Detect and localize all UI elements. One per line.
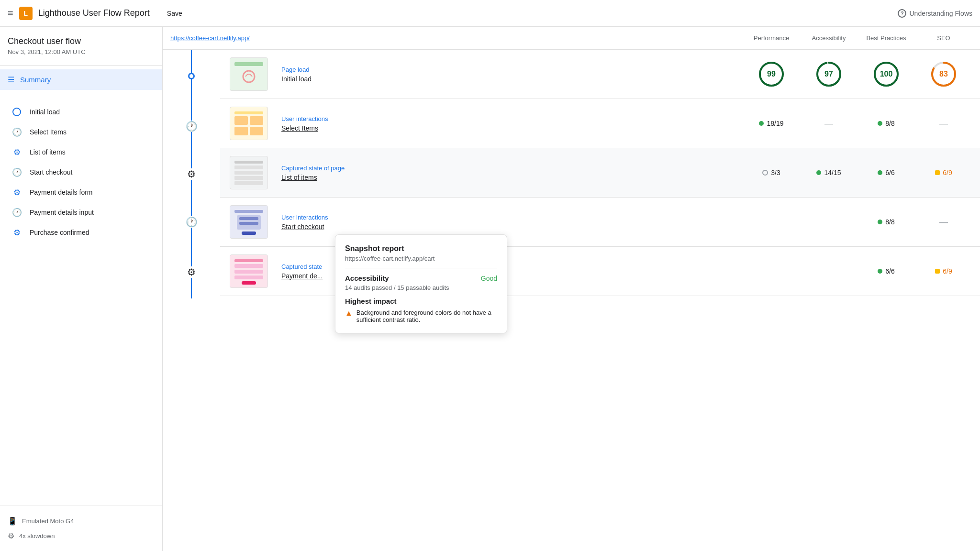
flow-type: Captured state of page bbox=[281, 165, 739, 172]
snapshot-icon: ⚙ bbox=[11, 187, 22, 198]
flow-name[interactable]: Start checkout bbox=[281, 223, 739, 231]
svg-rect-1 bbox=[234, 62, 263, 66]
thumb-img bbox=[230, 107, 268, 140]
table-area: Page load Initial load 99 bbox=[220, 50, 980, 298]
thumbnail-checkout bbox=[220, 205, 278, 239]
save-button[interactable]: Save bbox=[167, 10, 182, 17]
menu-icon[interactable]: ≡ bbox=[8, 8, 13, 19]
score-value: 99 bbox=[767, 70, 776, 78]
sidebar-footer: 📱 Emulated Moto G4 ⚙ 4x slowdown bbox=[0, 506, 162, 551]
flow-name[interactable]: List of items bbox=[281, 174, 739, 181]
help-label: Understanding Flows bbox=[909, 10, 972, 17]
sidebar-item-initial-load[interactable]: Initial load bbox=[0, 102, 162, 122]
svg-rect-27 bbox=[239, 222, 258, 225]
flow-name[interactable]: Initial load bbox=[281, 75, 739, 83]
score-seo: 83 bbox=[915, 61, 972, 88]
svg-rect-14 bbox=[250, 116, 263, 125]
sidebar-item-select-items[interactable]: 🕐 Select Items bbox=[0, 122, 162, 142]
svg-rect-22 bbox=[234, 181, 263, 185]
flow-row: User interactions Start checkout bbox=[220, 198, 980, 246]
tooltip-section-title: Accessibility bbox=[345, 274, 389, 282]
column-headers: https://coffee-cart.netlify.app/ Perform… bbox=[163, 27, 980, 50]
main-layout: Checkout user flow Nov 3, 2021, 12:00 AM… bbox=[0, 27, 980, 551]
tooltip-title: Snapshot report bbox=[345, 244, 497, 253]
sidebar-item-payment-input[interactable]: 🕐 Payment details input bbox=[0, 202, 162, 222]
score-seo: — bbox=[915, 119, 972, 129]
snapshot-icon: ⚙ bbox=[11, 147, 22, 157]
svg-rect-32 bbox=[234, 270, 263, 274]
score-badge: 14/15 bbox=[816, 169, 841, 176]
flow-info: Captured state of page List of items bbox=[278, 165, 743, 181]
tl-node-circle bbox=[188, 73, 195, 79]
sidebar-item-list-of-items[interactable]: ⚙ List of items bbox=[0, 142, 162, 162]
app-title: Lighthouse User Flow Report bbox=[38, 8, 150, 18]
score-circle: 100 bbox=[873, 61, 900, 88]
score-seo: 6/9 bbox=[915, 267, 972, 275]
score-dash: — bbox=[824, 119, 833, 129]
score-circle: 83 bbox=[930, 61, 957, 88]
sidebar-item-label: Payment details input bbox=[30, 209, 94, 216]
summary-nav-item[interactable]: ☰ Summary bbox=[0, 69, 162, 90]
flow-row: Page load Initial load 99 bbox=[220, 50, 980, 99]
score-circle: 97 bbox=[815, 61, 842, 88]
score-value: 14/15 bbox=[824, 169, 841, 176]
score-value: 8/8 bbox=[885, 120, 894, 127]
url-header[interactable]: https://coffee-cart.netlify.app/ bbox=[170, 34, 743, 42]
dot-icon bbox=[878, 121, 882, 126]
flow-info: User interactions Start checkout bbox=[278, 214, 743, 231]
sidebar-item-payment-form[interactable]: ⚙ Payment details form bbox=[0, 182, 162, 202]
slowdown-icon: ⚙ bbox=[8, 531, 14, 540]
score-dash: — bbox=[939, 217, 948, 227]
dot-icon bbox=[878, 170, 882, 175]
flow-type: Page load bbox=[281, 66, 739, 73]
flow-info: User interactions Select Items bbox=[278, 115, 743, 132]
sidebar-item-purchase-confirmed[interactable]: ⚙ Purchase confirmed bbox=[0, 222, 162, 242]
help-link[interactable]: ? Understanding Flows bbox=[898, 9, 972, 18]
flow-type: User interactions bbox=[281, 214, 739, 221]
score-performance: 99 bbox=[743, 61, 800, 88]
thumbnail-list bbox=[220, 156, 278, 189]
flow-section-initial-load: Page load Initial load 99 bbox=[220, 50, 980, 99]
logo-icon: L bbox=[19, 7, 33, 20]
flow-scores: 3/3 14/15 bbox=[743, 169, 972, 176]
tl-node-snapshot: ⚙ bbox=[186, 168, 197, 180]
flow-date: Nov 3, 2021, 12:00 AM UTC bbox=[8, 48, 155, 55]
main-content: https://coffee-cart.netlify.app/ Perform… bbox=[163, 27, 980, 551]
svg-rect-19 bbox=[234, 165, 263, 169]
square-icon bbox=[935, 269, 940, 274]
thumbnail-select bbox=[220, 107, 278, 140]
score-badge: 6/6 bbox=[878, 267, 894, 275]
svg-rect-18 bbox=[234, 161, 263, 164]
device-icon: 📱 bbox=[8, 517, 17, 526]
dot-icon bbox=[759, 121, 764, 126]
score-accessibility: 97 bbox=[800, 61, 858, 88]
score-best-practices: 100 bbox=[858, 61, 915, 88]
tooltip-impact-text: Background and foreground colors do not … bbox=[356, 309, 497, 323]
sidebar-item-label: Select Items bbox=[30, 128, 67, 136]
score-value: 6/6 bbox=[885, 169, 894, 176]
thumbnail-initial bbox=[220, 57, 278, 91]
sidebar-item-label: Purchase confirmed bbox=[30, 229, 89, 236]
sidebar-header: Checkout user flow Nov 3, 2021, 12:00 AM… bbox=[0, 27, 162, 61]
topbar: ≡ L Lighthouse User Flow Report Save ? U… bbox=[0, 0, 980, 27]
score-badge: 6/6 bbox=[878, 169, 894, 176]
tooltip-overlay: Snapshot report https://coffee-cart.netl… bbox=[335, 234, 507, 333]
tooltip-section-status: Good bbox=[481, 275, 497, 282]
score-value: 18/19 bbox=[767, 120, 783, 127]
flow-name[interactable]: Select Items bbox=[281, 124, 739, 132]
seo-header: SEO bbox=[915, 34, 972, 42]
warning-icon: ▲ bbox=[345, 309, 353, 318]
sidebar-item-start-checkout[interactable]: 🕐 Start checkout bbox=[0, 162, 162, 182]
score-badge: 18/19 bbox=[759, 120, 783, 127]
flow-scores: 99 97 bbox=[743, 61, 972, 88]
flow-scores: 6/6 6/9 bbox=[743, 267, 972, 275]
score-badge: 3/3 bbox=[762, 169, 780, 176]
score-best-practices: 8/8 bbox=[858, 218, 915, 226]
svg-rect-16 bbox=[250, 127, 263, 135]
sidebar-nav: Initial load 🕐 Select Items ⚙ List of it… bbox=[0, 98, 162, 246]
tooltip-url: https://coffee-cart.netlify.app/cart bbox=[345, 255, 497, 268]
sidebar-item-label: Payment details form bbox=[30, 188, 93, 196]
score-seo: — bbox=[915, 217, 972, 227]
flow-section-list-items: Captured state of page List of items 3/3 bbox=[220, 148, 980, 198]
score-best-practices: 6/6 bbox=[858, 267, 915, 275]
